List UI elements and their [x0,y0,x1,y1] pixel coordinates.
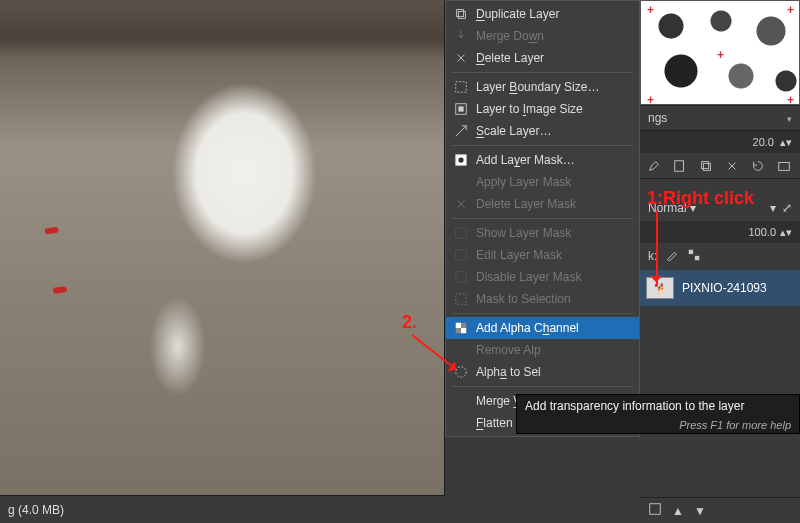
menu-duplicate-layer[interactable]: Duplicate Layer [446,3,639,25]
brush-spacing-bar[interactable]: 20.0 ▴▾ [640,131,800,153]
delete-brush-icon[interactable] [724,158,740,174]
lock-alpha-icon[interactable] [687,248,701,265]
menu-label: Layer Boundary Size… [476,80,599,94]
layer-down-icon[interactable]: ▼ [694,504,706,518]
svg-rect-11 [456,323,461,328]
checkbox-icon [454,226,468,240]
chevron-down-icon[interactable]: ▾ [770,201,776,215]
menu-label: Remove Alp [476,343,541,357]
svg-rect-10 [456,294,467,305]
alpha-icon [454,321,468,335]
svg-rect-14 [461,328,466,333]
svg-rect-17 [702,161,709,168]
svg-rect-16 [675,160,684,171]
menu-delete-layer[interactable]: Delete Layer [446,47,639,69]
checkbox-icon [454,270,468,284]
new-brush-icon[interactable] [672,158,688,174]
refresh-brush-icon[interactable] [750,158,766,174]
blank-icon [454,175,468,189]
layers-opacity-row[interactable]: 100.0 ▴▾ [640,221,800,243]
menu-remove-alpha-channel: Remove Alp [446,339,639,361]
expand-icon[interactable]: ⤢ [782,201,792,215]
menu-label: Delete Layer [476,51,544,65]
menu-alpha-to-selection[interactable]: Alpha to Sel [446,361,639,383]
menu-add-alpha-channel[interactable]: Add Alpha Channel [446,317,639,339]
menu-edit-layer-mask: Edit Layer Mask [446,244,639,266]
menu-merge-down: Merge Down [446,25,639,47]
brush-property-bar[interactable]: ngs [640,105,800,131]
menu-label: Delete Layer Mask [476,197,576,211]
mask-delete-icon [454,197,468,211]
annotation-step1: 1:Right click [647,188,754,209]
brush-toolbar [640,153,800,179]
mask-selection-icon [454,292,468,306]
menu-separator [452,145,633,146]
menu-label: Scale Layer… [476,124,551,138]
canvas-area[interactable] [0,0,445,495]
lock-pixels-icon[interactable] [665,248,679,265]
svg-rect-9 [456,272,467,283]
status-bar: g (4.0 MB) [0,495,445,523]
annotation-arrow-1 [654,210,660,286]
menu-layer-boundary-size[interactable]: Layer Boundary Size… [446,76,639,98]
svg-rect-7 [456,228,467,239]
menu-add-layer-mask[interactable]: Add Layer Mask… [446,149,639,171]
menu-separator [452,386,633,387]
menu-scale-layer[interactable]: Scale Layer… [446,120,639,142]
svg-rect-20 [689,249,693,253]
svg-rect-12 [461,323,466,328]
blank-icon [454,416,468,430]
annotation-step2: 2. [402,312,417,333]
menu-show-layer-mask: Show Layer Mask [446,222,639,244]
svg-rect-0 [457,10,464,17]
fit-icon [454,102,468,116]
layers-toolbar: ▲ ▼ [640,497,800,523]
scale-icon [454,124,468,138]
menu-label: Show Layer Mask [476,226,571,240]
opacity-value: 100.0 [748,226,776,238]
open-as-image-icon[interactable] [776,158,792,174]
layer-name: PIXNIO-241093 [682,281,767,295]
menu-separator [452,313,633,314]
menu-disable-layer-mask: Disable Layer Mask [446,266,639,288]
svg-rect-4 [458,106,463,111]
spinner-icon[interactable]: ▴▾ [780,136,792,149]
menu-label: Add Layer Mask… [476,153,575,167]
right-panel: ngs 20.0 ▴▾ Normal ▾ ▾ ⤢ 100.0 ▴▾ k: 🐕 P… [640,0,800,523]
spinner-icon[interactable]: ▴▾ [780,226,792,239]
svg-rect-21 [695,255,699,259]
checkbox-icon [454,248,468,262]
boundary-icon [454,80,468,94]
menu-mask-to-selection: Mask to Selection [446,288,639,310]
brush-preview[interactable] [640,0,800,105]
svg-rect-19 [779,162,790,170]
duplicate-brush-icon[interactable] [698,158,714,174]
delete-icon [454,51,468,65]
layer-row[interactable]: 🐕 PIXNIO-241093 [640,270,800,306]
svg-rect-2 [456,82,467,93]
menu-label: Mask to Selection [476,292,571,306]
menu-separator [452,218,633,219]
new-layer-icon[interactable] [648,502,662,519]
layer-up-icon[interactable]: ▲ [672,504,684,518]
blank-icon [454,394,468,408]
duplicate-icon [454,7,468,21]
property-label: ngs [648,111,667,125]
menu-layer-to-image-size[interactable]: Layer to Image Size [446,98,639,120]
menu-apply-layer-mask: Apply Layer Mask [446,171,639,193]
edit-brush-icon[interactable] [646,158,662,174]
spacing-value: 20.0 [753,136,774,148]
menu-delete-layer-mask: Delete Layer Mask [446,193,639,215]
chevron-down-icon[interactable] [781,111,792,125]
svg-rect-22 [650,504,661,515]
menu-label: Apply Layer Mask [476,175,571,189]
layers-lock-row: k: [640,243,800,269]
svg-rect-13 [456,328,461,333]
layer-context-menu: Duplicate Layer Merge Down Delete Layer … [445,0,640,437]
menu-label: Duplicate Layer [476,7,559,21]
status-memory: g (4.0 MB) [8,503,64,517]
menu-label: Alpha to Sel [476,365,541,379]
svg-point-6 [458,157,463,162]
svg-rect-18 [703,163,710,170]
annotation-arrow-2 [412,334,462,372]
